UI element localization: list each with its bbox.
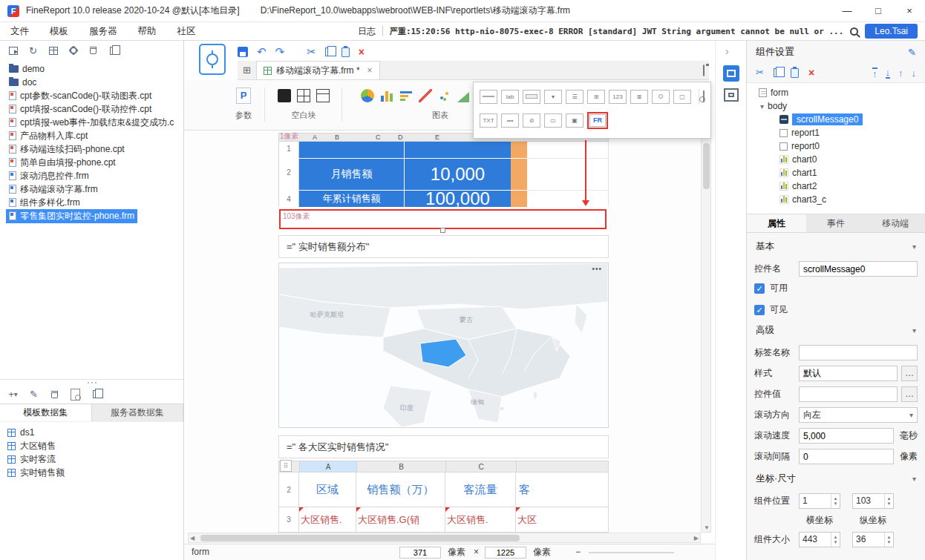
parameter-pane-icon[interactable]: P: [236, 88, 251, 104]
paste-component-icon[interactable]: [791, 68, 799, 78]
sheet2-column-headers[interactable]: A B C: [278, 461, 609, 472]
vertical-scrollbar[interactable]: ▲ ▼: [701, 131, 711, 533]
combobox-widget-icon[interactable]: ▾: [544, 90, 562, 104]
kpi-year-label-cell[interactable]: 年累计销售额: [299, 191, 405, 207]
table-cell[interactable]: 大区销售.: [445, 507, 516, 533]
tree-node-chart[interactable]: chart0: [747, 153, 925, 166]
move-down-icon[interactable]: ↓: [912, 68, 917, 78]
position-x-stepper[interactable]: 1 ▲▼: [799, 493, 840, 509]
tree-file[interactable]: 简单自由填报-phone.cpt: [0, 156, 183, 169]
textarea-widget-icon[interactable]: [523, 90, 540, 104]
page-height-input[interactable]: [485, 547, 526, 559]
size-height-stepper[interactable]: 36 ▲▼: [852, 532, 894, 547]
cut-icon[interactable]: ✂: [307, 45, 316, 59]
maximize-button[interactable]: □: [863, 0, 894, 22]
copy-file-icon[interactable]: [108, 45, 119, 56]
checkcombo-widget-icon[interactable]: ☰: [566, 90, 584, 104]
report-page[interactable]: 1像素 A B C D E 1 2 4 月销售额: [278, 131, 609, 533]
formula-cell-2[interactable]: =" 各大区实时销售情况": [278, 435, 609, 458]
page-width-input[interactable]: [399, 547, 441, 559]
delete-icon[interactable]: ×: [359, 46, 365, 58]
radiogroup-widget-icon[interactable]: [652, 90, 670, 104]
area-chart-icon[interactable]: [457, 92, 469, 102]
line-chart-icon[interactable]: [419, 89, 432, 102]
kpi-month-label-cell[interactable]: 月销售额: [299, 159, 405, 190]
document-tab-active[interactable]: 移动端滚动字幕.frm * ×: [256, 61, 380, 79]
scroll-interval-input[interactable]: [799, 449, 894, 464]
move-to-bottom-icon[interactable]: ↓: [886, 67, 891, 79]
tree-file[interactable]: 产品物料入库.cpt: [0, 129, 183, 142]
label-widget-icon[interactable]: lab: [501, 90, 519, 104]
connection-icon[interactable]: [91, 389, 102, 400]
tree-folder-doc[interactable]: doc: [0, 76, 183, 89]
map-chart-block[interactable]: ••• 哈萨克斯: [278, 263, 609, 428]
tree-file[interactable]: 组件多样化.frm: [0, 196, 183, 209]
section-basic[interactable]: 基本 ▾: [747, 237, 925, 256]
user-account-button[interactable]: Leo.Tsai: [865, 24, 918, 39]
size-width-stepper[interactable]: 443 ▲▼: [799, 532, 840, 547]
switch-workspace-icon[interactable]: [7, 45, 19, 56]
tree-node-chart[interactable]: chart1: [747, 166, 925, 179]
scroll-right-icon[interactable]: ▶: [694, 535, 699, 541]
dataset-item[interactable]: 大区销售: [0, 439, 183, 452]
tree-node-report[interactable]: report1: [747, 126, 925, 139]
table-drag-handle-icon[interactable]: ⠿: [280, 460, 292, 472]
tree-file[interactable]: 移动端连续扫码-phone.cpt: [0, 142, 183, 156]
tree-file[interactable]: cpt填报-web事件-加载结束&提交成功.c: [0, 116, 183, 129]
table-cell[interactable]: 大区: [516, 507, 609, 533]
scrollmessage-component-outline[interactable]: 103像素: [279, 209, 607, 229]
report-canvas[interactable]: 1像素 A B C D E 1 2 4 月销售额: [188, 131, 701, 533]
hbar-chart-icon[interactable]: [399, 89, 413, 102]
move-to-top-icon[interactable]: ↑: [872, 67, 877, 79]
log-label[interactable]: 日志: [358, 25, 376, 38]
menu-community[interactable]: 社区: [167, 22, 206, 40]
sheet1-empty-cells[interactable]: [527, 142, 609, 207]
dataset-item[interactable]: ds1: [0, 426, 183, 439]
table-header-row[interactable]: 2 区域 销售额（万） 客流量 客: [278, 472, 609, 507]
menu-help[interactable]: 帮助: [128, 22, 167, 40]
absolute-block-icon[interactable]: [316, 89, 330, 102]
widget-value-input[interactable]: [799, 386, 898, 402]
tree-folder-demo[interactable]: demo: [0, 62, 183, 76]
close-button[interactable]: ×: [894, 0, 925, 22]
collapse-caret-icon[interactable]: ▾: [912, 475, 916, 483]
tab-mobile[interactable]: 移动端: [866, 214, 925, 232]
scrollmessage-widget-selected[interactable]: FR: [587, 112, 608, 129]
menu-server[interactable]: 服务器: [79, 22, 128, 40]
copy-icon[interactable]: [325, 47, 333, 56]
section-advanced[interactable]: 高级 ▾: [747, 321, 925, 340]
dataset-item[interactable]: 实时客流: [0, 452, 183, 466]
scrollmessage-widget-icon[interactable]: FR: [589, 114, 606, 127]
table-cell[interactable]: 大区销售.: [299, 507, 356, 533]
collapse-caret-icon[interactable]: ▾: [912, 326, 916, 335]
tree-file-selected[interactable]: 零售集团实时监控-phone.frm: [0, 209, 183, 223]
data-preview-icon[interactable]: [703, 91, 705, 102]
tag-name-input[interactable]: [799, 345, 918, 360]
bar-chart-icon[interactable]: [380, 89, 393, 102]
section-coordinates[interactable]: 坐标·尺寸 ▾: [747, 470, 925, 488]
dataset-item[interactable]: 实时销售额: [0, 466, 183, 479]
preview-dataset-icon[interactable]: [70, 389, 81, 400]
redo-icon[interactable]: ↷: [275, 45, 285, 59]
component-settings-toggle-icon[interactable]: [723, 65, 739, 82]
horizontal-scroll-thumb[interactable]: [200, 535, 520, 541]
visible-checkbox[interactable]: ✓: [754, 305, 765, 315]
tree-node-chart[interactable]: chart3_c: [747, 193, 925, 206]
paste-icon[interactable]: [341, 47, 350, 57]
position-y-stepper[interactable]: 103 ▲▼: [852, 493, 894, 509]
mobile-terminal-button[interactable]: [199, 44, 226, 75]
refresh-icon[interactable]: ↻: [27, 45, 39, 56]
sheet1-row-headers[interactable]: 1 2 4: [278, 142, 299, 207]
copy-component-icon[interactable]: [774, 68, 781, 77]
listbox-widget-icon[interactable]: ≣: [630, 90, 648, 104]
tab-events[interactable]: 事件: [806, 214, 866, 232]
edit-pencil-icon[interactable]: ✎: [908, 47, 916, 58]
delete-component-icon[interactable]: ×: [808, 67, 814, 79]
image-widget-icon[interactable]: ▣: [566, 113, 584, 128]
tree-file[interactable]: cpt参数-scanCode()-联动图表.cpt: [0, 89, 183, 102]
enabled-checkbox[interactable]: ✓: [754, 283, 765, 294]
zoom-slider[interactable]: [589, 552, 674, 553]
scatter-chart-icon[interactable]: [438, 89, 451, 102]
tab-close-icon[interactable]: ×: [367, 65, 373, 76]
table-cell[interactable]: 客: [516, 472, 609, 507]
